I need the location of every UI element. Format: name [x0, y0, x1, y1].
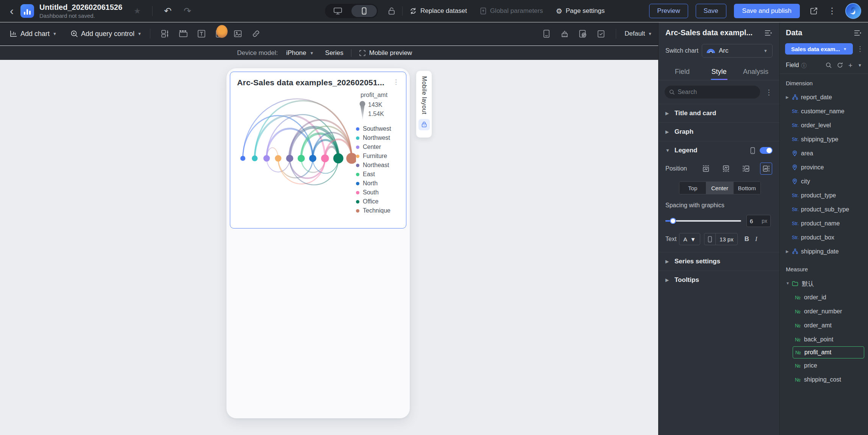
dataset-options-icon[interactable]: ⋮: [857, 45, 863, 53]
link-widget-icon[interactable]: [250, 27, 262, 40]
add-chart-button[interactable]: Add chart ▼: [10, 30, 57, 38]
undo-icon[interactable]: ↶: [164, 6, 172, 16]
chevron-right-icon[interactable]: ▶: [786, 249, 792, 253]
measure-group-row[interactable]: ▼ 默认: [780, 276, 868, 290]
image-widget-icon[interactable]: [231, 27, 244, 40]
save-and-publish-button[interactable]: Save and publish: [734, 4, 800, 18]
filter-widget-icon[interactable]: [159, 27, 172, 40]
section-title-and-card[interactable]: ▶ Title and card: [659, 104, 779, 122]
redo-icon[interactable]: ↷: [184, 6, 191, 16]
field-refresh-icon[interactable]: [837, 62, 843, 68]
layout-lock-button[interactable]: [418, 119, 430, 130]
share-icon[interactable]: [810, 7, 818, 15]
slider-thumb[interactable]: [670, 218, 676, 224]
font-color-dropdown[interactable]: A ▼: [679, 233, 700, 245]
chevron-down-icon[interactable]: ▼: [786, 281, 792, 285]
dimension-item[interactable]: province: [780, 160, 868, 174]
dimension-item[interactable]: Str.product_type: [780, 188, 868, 202]
replace-dataset-button[interactable]: Replace dataset: [409, 7, 467, 15]
str-field-icon: Str.: [792, 137, 801, 142]
device-mode-toggle[interactable]: [325, 4, 378, 18]
font-size-input[interactable]: 13 px: [704, 233, 738, 245]
dimension-item[interactable]: Str.product_sub_type: [780, 202, 868, 216]
chevron-down-icon[interactable]: ▼: [310, 51, 314, 55]
search-options-icon[interactable]: ⋮: [764, 88, 774, 97]
italic-button[interactable]: I: [755, 235, 757, 243]
lock-icon[interactable]: [388, 7, 395, 15]
dataset-selector[interactable]: Sales data exam... ▼: [785, 43, 853, 55]
legend-position-right-icon[interactable]: [760, 163, 772, 175]
component-list-icon[interactable]: [540, 27, 553, 40]
chart-card[interactable]: Arc-Sales data examples_202602051... ⋮ p…: [230, 72, 406, 228]
collapse-panel-icon[interactable]: [854, 30, 862, 36]
bold-button[interactable]: B: [745, 235, 749, 243]
dimension-item[interactable]: city: [780, 174, 868, 188]
section-tooltips[interactable]: ▶ Tooltips: [659, 271, 779, 289]
desktop-mode-icon[interactable]: [325, 4, 350, 18]
device-series[interactable]: Series: [325, 49, 343, 57]
measure-item[interactable]: №order_id: [780, 290, 868, 304]
dimension-item[interactable]: Str.product_box: [780, 230, 868, 244]
mobile-mode-icon[interactable]: [351, 5, 377, 17]
measure-item[interactable]: №price: [780, 358, 868, 372]
measure-item[interactable]: №shipping_cost: [780, 372, 868, 386]
canvas[interactable]: Arc-Sales data examples_202602051... ⋮ p…: [0, 60, 658, 435]
spacing-slider[interactable]: [665, 218, 741, 224]
align-top-button[interactable]: Top: [679, 182, 706, 194]
measure-item[interactable]: №back_point: [780, 332, 868, 346]
align-bottom-button[interactable]: Bottom: [734, 182, 760, 194]
section-legend[interactable]: ▼ Legend: [659, 141, 779, 160]
format-brush-icon[interactable]: [558, 27, 571, 40]
tab-widget-icon[interactable]: [177, 27, 190, 40]
preview-button[interactable]: Preview: [649, 4, 688, 18]
hidden-components-icon[interactable]: [576, 27, 589, 40]
measure-item[interactable]: №profit_amt: [793, 346, 864, 358]
dimension-item[interactable]: Str.shipping_type: [780, 132, 868, 146]
chevron-right-icon[interactable]: ▶: [786, 95, 792, 99]
mobile-preview-button[interactable]: Mobile preview: [359, 49, 412, 57]
dimension-item[interactable]: Str.customer_name: [780, 104, 868, 118]
default-theme-dropdown[interactable]: Default ▼: [624, 30, 652, 38]
tab-style[interactable]: Style: [701, 64, 737, 80]
rich-text-widget-icon[interactable]: [213, 27, 226, 40]
collapse-panel-icon[interactable]: [764, 30, 773, 36]
field-search-icon[interactable]: [826, 62, 832, 68]
back-icon[interactable]: ‹: [8, 5, 15, 17]
tab-analysis[interactable]: Analysis: [737, 64, 774, 80]
mobile-layout-tab[interactable]: Mobile layout: [416, 71, 432, 138]
add-query-control-button[interactable]: Add query control ▼: [70, 30, 142, 38]
measure-item[interactable]: №order_number: [780, 304, 868, 318]
favorite-star-icon[interactable]: ★: [134, 6, 141, 16]
legend-position-left-icon[interactable]: [740, 163, 752, 175]
card-menu-icon[interactable]: ⋮: [391, 78, 401, 86]
chevron-down-icon: ▼: [690, 236, 696, 243]
add-field-icon[interactable]: +: [848, 62, 852, 69]
dimension-item[interactable]: area: [780, 146, 868, 160]
save-button[interactable]: Save: [696, 4, 726, 18]
page-settings-button[interactable]: ⚙ Page settings: [556, 7, 605, 15]
tab-field[interactable]: Field: [664, 64, 701, 80]
search-input[interactable]: [678, 89, 756, 95]
dimension-item[interactable]: Str.product_name: [780, 216, 868, 230]
dimension-item[interactable]: ▶shipping_date: [780, 244, 868, 258]
section-series-settings[interactable]: ▶ Series settings: [659, 252, 779, 271]
chart-type-dropdown[interactable]: Arc ▼: [702, 44, 773, 58]
legend-position-top-icon[interactable]: [700, 163, 712, 175]
section-graph[interactable]: ▶ Graph: [659, 123, 779, 141]
dimension-item[interactable]: Str.order_level: [780, 118, 868, 132]
more-options-icon[interactable]: ⋮: [828, 7, 836, 15]
style-search-box[interactable]: [665, 86, 760, 99]
text-widget-icon[interactable]: [195, 27, 208, 40]
measure-item[interactable]: №order_amt: [780, 318, 868, 332]
legend-toggle[interactable]: [760, 147, 773, 154]
avatar[interactable]: [845, 3, 861, 19]
dimension-item[interactable]: ▶report_date: [780, 90, 868, 104]
legend-position-bottom-icon[interactable]: [720, 163, 732, 175]
legend-item: North: [356, 179, 401, 188]
device-model-value[interactable]: iPhone: [286, 49, 306, 57]
checklist-icon[interactable]: [595, 27, 607, 40]
align-center-button[interactable]: Center: [706, 182, 733, 194]
spacing-value-input[interactable]: 6 px: [746, 215, 771, 227]
chevron-down-icon[interactable]: ▼: [858, 63, 862, 67]
global-parameters-button[interactable]: Global parameters: [480, 7, 543, 15]
